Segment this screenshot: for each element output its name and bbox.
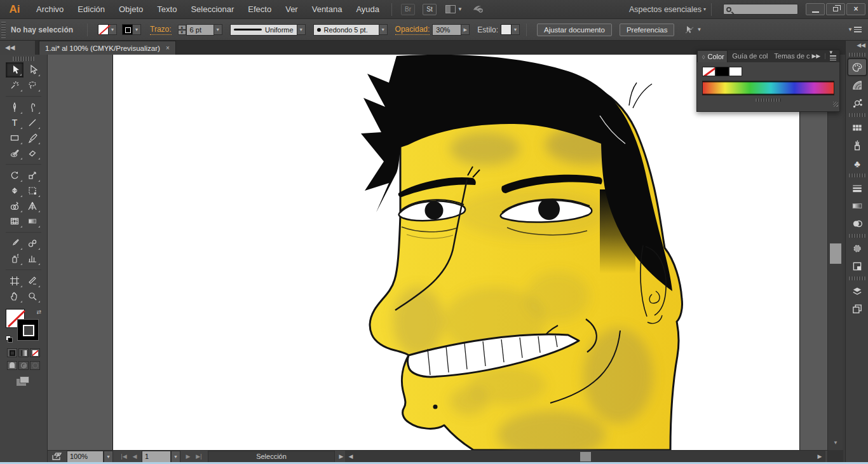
control-bar-menu[interactable]: ▼	[846, 27, 862, 32]
blend-tool[interactable]	[24, 236, 41, 251]
line-segment-tool[interactable]	[24, 115, 41, 130]
brush-definition-dropdown[interactable]: ▼	[379, 24, 388, 35]
eraser-tool[interactable]	[24, 146, 41, 161]
close-button[interactable]: ×	[846, 3, 865, 15]
direct-selection-tool[interactable]	[24, 62, 41, 78]
first-artboard-button[interactable]: |◀	[119, 451, 129, 463]
swap-fill-stroke-icon[interactable]: ⇄	[36, 309, 41, 315]
symbols-panel-button[interactable]: ♣	[848, 154, 867, 172]
paint-color-button[interactable]	[7, 348, 17, 357]
stroke-panel-button[interactable]	[848, 179, 867, 196]
opacity-slider-arrow[interactable]: ▶	[461, 24, 470, 35]
white-swatch[interactable]	[729, 67, 742, 76]
paint-none-button[interactable]	[30, 348, 40, 357]
fill-stroke-dropdown[interactable]: ▼	[133, 24, 141, 35]
hand-tool[interactable]	[6, 289, 24, 304]
menu-ayuda[interactable]: Ayuda	[349, 0, 386, 19]
pen-tool[interactable]	[6, 100, 24, 115]
draw-behind-button[interactable]	[18, 361, 29, 370]
width-profile-dropdown[interactable]: ▼	[297, 24, 306, 35]
expand-panels-button[interactable]: ◀◀	[846, 41, 868, 51]
menu-ver[interactable]: Ver	[278, 0, 305, 19]
minimize-button[interactable]	[806, 3, 825, 15]
menu-texto[interactable]: Texto	[150, 0, 184, 19]
stroke-swatch[interactable]	[17, 319, 39, 341]
tools-panel-header[interactable]: ◀◀	[0, 41, 35, 55]
zoom-level-field[interactable]: 100%	[67, 451, 104, 463]
gradient-panel-button[interactable]	[848, 197, 867, 214]
artboards-panel-button[interactable]	[848, 300, 867, 317]
artboard-dropdown[interactable]: ▼	[171, 451, 180, 463]
stroke-weight-dropdown[interactable]: ▼	[214, 24, 222, 35]
transparency-panel-button[interactable]	[848, 215, 867, 232]
scroll-down-icon[interactable]: ▼	[828, 439, 843, 447]
previous-artboard-button[interactable]: ◀	[130, 451, 139, 463]
tab-color[interactable]: Color	[697, 50, 728, 62]
none-swatch[interactable]	[702, 67, 715, 76]
magic-wand-tool[interactable]	[6, 78, 24, 93]
artboard-tool[interactable]	[6, 273, 24, 289]
default-fill-stroke-icon[interactable]	[6, 336, 13, 343]
layers-panel-button[interactable]	[848, 282, 867, 299]
search-input[interactable]	[723, 4, 798, 15]
draw-normal-button[interactable]	[7, 361, 17, 370]
status-display[interactable]: Selección	[208, 451, 335, 463]
document-tab[interactable]: 1.ai* al 100% (CMYK/Previsualizar) ×	[39, 41, 176, 55]
rotate-tool[interactable]	[6, 168, 24, 183]
perspective-grid-tool[interactable]	[24, 198, 41, 214]
lasso-tool[interactable]	[24, 78, 41, 93]
restore-button[interactable]	[826, 3, 845, 15]
opacity-label[interactable]: Opacidad:	[395, 25, 430, 35]
type-tool[interactable]: T	[6, 115, 24, 130]
preferences-button[interactable]: Preferencias	[620, 24, 675, 36]
export-button[interactable]	[51, 451, 65, 463]
last-artboard-button[interactable]: ▶|	[194, 451, 204, 463]
graphic-style-dropdown[interactable]: ▼	[512, 24, 520, 35]
tab-temas-de-c[interactable]: Temas de c	[770, 50, 811, 62]
menu-ventana[interactable]: Ventana	[305, 0, 349, 19]
fill-stroke-proxy-swatch[interactable]	[122, 24, 133, 35]
width-tool[interactable]	[6, 183, 24, 198]
gradient-tool[interactable]	[24, 214, 41, 229]
vertical-scrollbar[interactable]: ▲ ▼	[827, 55, 843, 462]
color-themes-panel-button[interactable]	[848, 94, 867, 111]
scroll-right-icon[interactable]: ▶	[815, 451, 824, 463]
menu-objeto[interactable]: Objeto	[112, 0, 150, 19]
eyedropper-tool[interactable]	[6, 236, 24, 251]
panel-grip[interactable]	[1, 22, 6, 38]
fit-document-button[interactable]: Ajustar documento	[537, 24, 612, 36]
dock-group-grip[interactable]	[849, 53, 865, 57]
scroll-left-icon[interactable]: ◀	[346, 451, 355, 463]
horizontal-scroll-thumb[interactable]	[580, 452, 591, 461]
illustrator-logo[interactable]: Ai	[0, 3, 29, 16]
stroke-weight-label[interactable]: Trazo:	[150, 25, 172, 35]
opacity-field[interactable]: 30%	[432, 24, 461, 36]
brushes-panel-button[interactable]	[848, 137, 867, 154]
column-graph-tool[interactable]	[24, 251, 41, 266]
close-tab-icon[interactable]: ×	[166, 44, 170, 51]
width-profile-select[interactable]: Uniforme	[230, 24, 297, 36]
change-screen-mode-button[interactable]	[17, 376, 31, 386]
collapse-panel-icon[interactable]: ▶▶	[811, 53, 820, 59]
selection-tool[interactable]	[6, 62, 24, 78]
graphic-style-swatch[interactable]	[501, 24, 512, 35]
swatches-panel-button[interactable]	[848, 119, 867, 136]
paint-gradient-button[interactable]	[18, 348, 29, 357]
pencil-tool[interactable]	[24, 100, 41, 115]
zoom-tool[interactable]	[24, 289, 41, 304]
zoom-dropdown[interactable]: ▼	[104, 451, 113, 463]
symbol-sprayer-tool[interactable]	[6, 251, 24, 266]
rectangle-tool[interactable]	[6, 130, 24, 146]
next-artboard-button[interactable]: ▶	[184, 451, 193, 463]
menu-efecto[interactable]: Efecto	[241, 0, 278, 19]
status-bar-arrow-icon[interactable]: ▶	[337, 451, 345, 463]
brush-definition-select[interactable]: Redondo 5 pt.	[313, 24, 379, 36]
bridge-button[interactable]: Br	[401, 4, 415, 15]
color-guide-panel-button[interactable]	[848, 76, 867, 93]
graphic-styles-panel-button[interactable]	[848, 257, 867, 275]
blob-brush-tool[interactable]	[6, 146, 24, 161]
appearance-panel-button[interactable]	[848, 240, 867, 257]
artboard-number-field[interactable]: 1	[142, 451, 171, 463]
tab-gui-a-de-col[interactable]: Guía de col	[728, 50, 770, 62]
panel-resize-grip[interactable]	[833, 102, 838, 107]
